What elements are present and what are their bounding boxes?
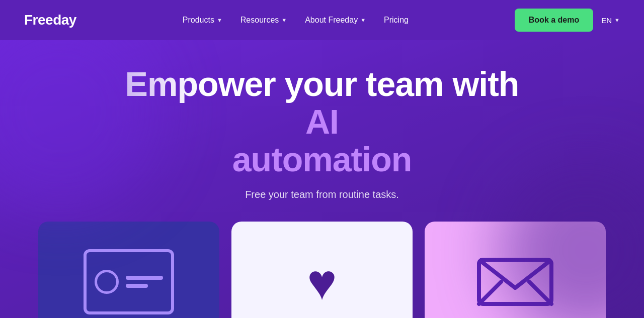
chevron-down-icon: ▼ bbox=[281, 17, 287, 23]
nav-item-products[interactable]: Products ▼ bbox=[176, 11, 229, 30]
chevron-down-icon: ▼ bbox=[614, 17, 620, 23]
navbar: Freeday Products ▼ Resources ▼ About Fre… bbox=[0, 0, 644, 40]
nav-resources-label: Resources bbox=[240, 16, 279, 25]
envelope-icon bbox=[475, 252, 555, 312]
hero-section: Empower your team with AI automation Fre… bbox=[0, 40, 644, 318]
heart-icon: ♥ bbox=[307, 257, 337, 307]
svg-line-2 bbox=[529, 282, 551, 304]
chevron-down-icon: ▼ bbox=[217, 17, 222, 23]
nav-item-pricing[interactable]: Pricing bbox=[377, 11, 416, 30]
headline-automation: automation bbox=[232, 140, 412, 178]
nav-pricing-label: Pricing bbox=[384, 16, 409, 25]
nav-links: Products ▼ Resources ▼ About Freeday ▼ P… bbox=[176, 11, 416, 30]
id-card-icon-wrapper bbox=[38, 222, 219, 318]
language-label: EN bbox=[601, 16, 612, 25]
logo[interactable]: Freeday bbox=[24, 12, 76, 28]
headline-part1: Empower your team with bbox=[125, 65, 519, 103]
nav-item-about[interactable]: About Freeday ▼ bbox=[298, 11, 373, 30]
book-demo-button[interactable]: Book a demo bbox=[515, 9, 593, 32]
svg-line-1 bbox=[479, 282, 501, 304]
headline-ai: AI bbox=[305, 102, 339, 141]
id-card-icon bbox=[84, 249, 174, 314]
language-selector[interactable]: EN ▼ bbox=[601, 16, 620, 25]
nav-products-label: Products bbox=[183, 16, 214, 25]
id-line-2 bbox=[126, 284, 148, 288]
envelope-icon-wrapper bbox=[425, 222, 606, 318]
nav-item-resources[interactable]: Resources ▼ bbox=[233, 11, 294, 30]
nav-right: Book a demo EN ▼ bbox=[515, 9, 620, 32]
feature-card-heart[interactable]: ♥ bbox=[231, 222, 413, 318]
id-line-1 bbox=[126, 276, 163, 280]
id-lines bbox=[126, 276, 163, 288]
nav-about-label: About Freeday bbox=[305, 16, 358, 25]
logo-text: Freeday bbox=[24, 12, 76, 28]
feature-cards: ♥ bbox=[38, 222, 606, 318]
hero-subtitle: Free your team from routine tasks. bbox=[245, 189, 399, 200]
id-circle bbox=[95, 270, 119, 294]
chevron-down-icon: ▼ bbox=[360, 17, 366, 23]
feature-card-email[interactable] bbox=[425, 222, 606, 318]
hero-headline: Empower your team with AI automation bbox=[106, 65, 538, 178]
feature-card-id[interactable] bbox=[38, 222, 219, 318]
heart-icon-wrapper: ♥ bbox=[231, 222, 413, 318]
